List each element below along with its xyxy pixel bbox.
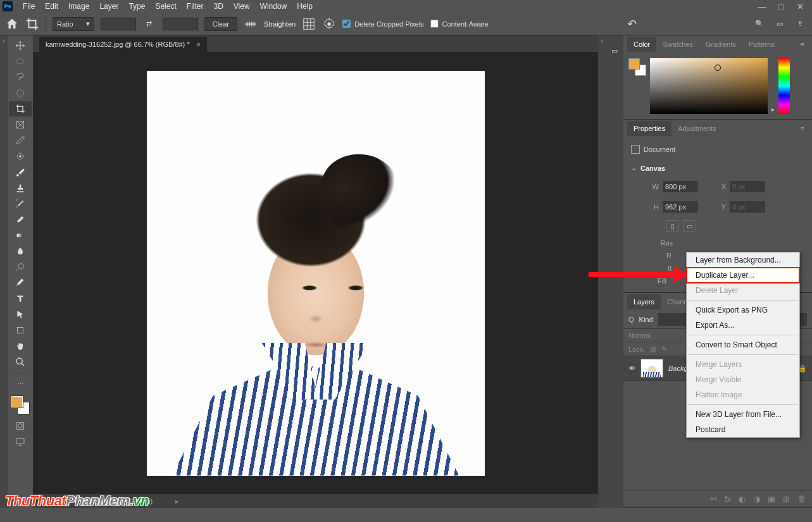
blur-tool[interactable] [9,244,32,259]
layout-icon[interactable]: ▭ [773,17,787,31]
delete-cropped-checkbox[interactable]: Delete Cropped Pixels [342,20,423,28]
document-tab[interactable]: kamiwedding-316252.jpg @ 66.7% (RGB/8#) … [39,37,207,52]
search-icon[interactable]: 🔍 [753,17,766,31]
orientation-landscape-icon[interactable]: ▭ [683,220,696,232]
lasso-tool[interactable] [9,70,32,85]
color-panel: Color Swatches Gradients Patterns ≡ ▸ [623,35,812,120]
quick-select-tool[interactable] [9,85,32,101]
type-tool[interactable] [9,291,32,306]
menu-3d[interactable]: 3D [208,0,228,13]
gradient-tool[interactable] [9,228,32,243]
toolbar-collapse[interactable]: « [0,35,8,508]
lock-paint-icon[interactable]: ✎ [661,345,667,353]
blend-mode-select[interactable]: Normal [628,332,651,339]
menu-file[interactable]: File [18,0,40,13]
marquee-tool[interactable] [9,54,32,69]
adjustment-icon[interactable]: ◑ [753,494,760,504]
crop-tool[interactable] [9,101,32,116]
ratio-select[interactable]: Ratio▾ [53,17,94,31]
tab-patterns[interactable]: Patterns [742,37,781,52]
minimize-button[interactable]: — [753,0,771,13]
tab-adjustments[interactable]: Adjustments [671,121,723,136]
menu-type[interactable]: Type [123,0,150,13]
crop-tool-icon[interactable] [25,17,39,31]
panel-menu-icon[interactable]: ≡ [797,40,808,48]
hue-slider[interactable] [778,58,790,114]
ctx-duplicate-layer[interactable]: Duplicate Layer... [687,268,799,283]
eraser-tool[interactable] [9,212,32,227]
swap-icon[interactable]: ⇄ [142,17,156,31]
ctx-quick-export-as-png[interactable]: Quick Export as PNG [687,302,799,318]
height-label: H [647,203,659,211]
width-input[interactable] [663,181,698,192]
menu-select[interactable]: Select [150,0,181,13]
ctx-new-d-layer-from-file[interactable]: New 3D Layer from File... [687,407,799,422]
visibility-icon[interactable]: 👁 [628,364,635,372]
edit-toolbar[interactable]: ⋯ [9,376,32,392]
ratio-height-input[interactable] [163,18,198,30]
ctx-layer-from-background[interactable]: Layer from Background... [687,252,799,268]
shape-tool[interactable] [9,323,32,338]
dodge-tool[interactable] [9,259,32,275]
mask-icon[interactable]: ◐ [739,494,746,504]
maximize-button[interactable]: □ [771,0,790,13]
color-swatches[interactable] [11,396,29,414]
stamp-tool[interactable] [9,180,32,196]
pen-tool[interactable] [9,275,32,290]
new-layer-icon[interactable]: ⊞ [783,494,790,504]
menu-layer[interactable]: Layer [94,0,123,13]
svg-point-10 [16,358,22,364]
zoom-tool[interactable] [9,354,32,370]
history-brush-tool[interactable] [9,196,32,211]
move-tool[interactable] [9,38,32,53]
screen-mode[interactable] [9,434,32,449]
grid-icon[interactable] [302,17,316,31]
tab-layers[interactable]: Layers [627,294,661,309]
menu-edit[interactable]: Edit [40,0,63,13]
brush-tool[interactable] [9,165,32,180]
clear-button[interactable]: Clear [204,17,237,31]
link-icon[interactable]: ⚯ [710,494,717,504]
menu-image[interactable]: Image [63,0,94,13]
tab-color[interactable]: Color [627,37,656,52]
content-aware-checkbox[interactable]: Content-Aware [430,20,489,28]
ctx-export-as[interactable]: Export As... [687,318,799,333]
tab-swatches[interactable]: Swatches [656,37,699,52]
undo-icon[interactable]: ↶ [625,17,639,31]
tab-gradients[interactable]: Gradients [699,37,742,52]
home-icon[interactable] [5,17,19,31]
menu-view[interactable]: View [228,0,255,13]
menu-window[interactable]: Window [255,0,292,13]
orientation-portrait-icon[interactable]: ▯ [666,220,679,232]
frame-tool[interactable] [9,117,32,132]
hand-tool[interactable] [9,339,32,354]
layer-thumbnail[interactable] [640,359,663,378]
canvas[interactable] [33,52,598,494]
ctx-postcard[interactable]: Postcard [687,422,799,437]
ratio-width-input[interactable] [101,18,136,30]
path-select-tool[interactable] [9,307,32,322]
color-foreground-background[interactable] [628,58,646,76]
menu-help[interactable]: Help [292,0,318,13]
history-panel-icon[interactable]: ▭ [611,47,618,55]
healing-tool[interactable] [9,149,32,164]
canvas-section-toggle[interactable]: ⌄ Canvas [631,161,804,175]
close-tab-icon[interactable]: × [196,40,201,49]
eyedropper-tool[interactable] [9,133,32,148]
panel-menu-icon[interactable]: ≡ [797,125,808,132]
gear-icon[interactable] [322,17,336,31]
fx-icon[interactable]: fx [725,494,731,504]
straighten-icon[interactable] [244,17,258,31]
trash-icon[interactable]: 🗑 [797,494,806,504]
color-picker-field[interactable] [650,58,768,114]
height-input[interactable] [663,201,698,213]
status-chevron-icon[interactable]: ▸ [175,497,179,506]
ctx-convert-to-smart-object[interactable]: Convert to Smart Object [687,337,799,352]
close-button[interactable]: ✕ [790,0,809,13]
quick-mask[interactable] [9,418,32,433]
tab-properties[interactable]: Properties [627,121,671,136]
group-icon[interactable]: ▣ [768,494,775,504]
share-icon[interactable]: ⇪ [793,17,807,31]
lock-pixels-icon[interactable]: ▨ [650,345,656,353]
menu-filter[interactable]: Filter [182,0,209,13]
